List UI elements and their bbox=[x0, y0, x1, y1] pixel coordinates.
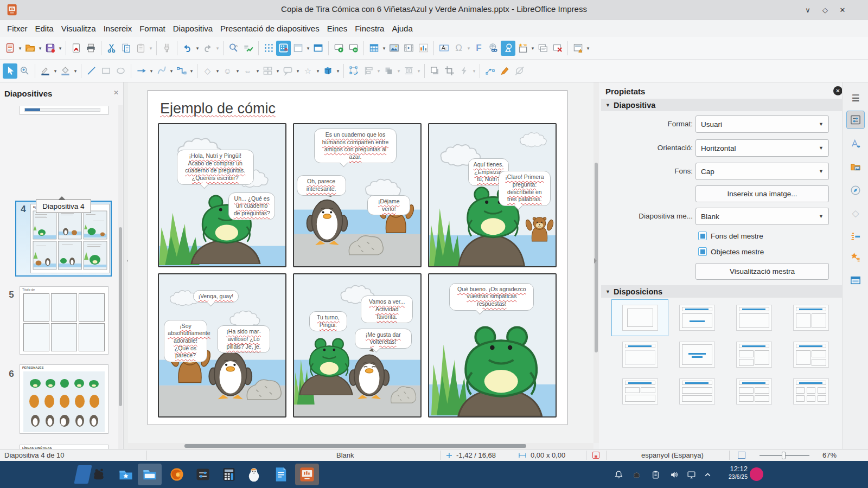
layout-title-content-line[interactable] bbox=[668, 299, 725, 336]
chevron-up-icon[interactable] bbox=[701, 468, 714, 480]
arrange-dropdown-icon[interactable]: ▾ bbox=[396, 68, 401, 74]
settings-sliders-icon[interactable] bbox=[191, 464, 215, 485]
master-slide-icon[interactable] bbox=[311, 41, 326, 56]
flowchart-dropdown-icon[interactable]: ▾ bbox=[275, 68, 280, 74]
display-icon[interactable] bbox=[685, 468, 698, 480]
firefox-icon[interactable] bbox=[165, 464, 189, 485]
layout-two-content-over-content[interactable] bbox=[611, 373, 668, 410]
filter-icon[interactable] bbox=[457, 63, 471, 79]
tab-properties[interactable] bbox=[846, 111, 865, 129]
impress-taskbar-icon[interactable] bbox=[295, 464, 319, 485]
align-icon[interactable] bbox=[361, 63, 376, 79]
slide-page[interactable]: Ejemplo de cómic ¡Hola, Nutri y Pingüi! … bbox=[148, 90, 567, 425]
curves-dropdown-icon[interactable]: ▾ bbox=[169, 68, 174, 74]
minimize-button[interactable]: ∨ bbox=[802, 5, 814, 15]
speech-bubble[interactable]: Es un cuaderno que los humanos comparten… bbox=[314, 129, 396, 164]
menu-edita[interactable]: Edita bbox=[31, 22, 58, 35]
tab-gallery[interactable] bbox=[846, 158, 865, 176]
menu-fitxer[interactable]: Fitxer bbox=[3, 22, 31, 35]
insert-textbox-icon[interactable] bbox=[437, 41, 451, 56]
line-color-icon[interactable] bbox=[38, 63, 53, 79]
layout-content-over-content[interactable] bbox=[668, 373, 725, 410]
snap-to-grid-icon[interactable] bbox=[276, 41, 291, 56]
slides-panel-scrollbar[interactable] bbox=[118, 105, 123, 449]
sidebar-settings-icon[interactable]: ☰ bbox=[846, 89, 865, 107]
comic-panel-5[interactable]: Tu turno, Pingüi. Vamos a ver... Activid… bbox=[293, 273, 422, 418]
speech-bubble[interactable]: ¡Venga, guay! bbox=[193, 290, 239, 303]
slide-thumbnail-5[interactable]: Título de bbox=[20, 286, 108, 355]
fill-color-dropdown-icon[interactable]: ▾ bbox=[73, 68, 78, 74]
start-first-slide-icon[interactable] bbox=[331, 41, 346, 56]
master-name[interactable]: Blank bbox=[336, 451, 354, 459]
symbol-shapes-icon[interactable]: ☺ bbox=[220, 63, 235, 79]
object-size[interactable]: 0,00 x 0,00 bbox=[531, 451, 565, 459]
slide-title[interactable]: Ejemplo de cómic bbox=[160, 100, 276, 117]
select-icon[interactable] bbox=[3, 63, 17, 79]
curves-polygons-icon[interactable] bbox=[154, 63, 169, 79]
speech-bubble[interactable]: ¡Claro! Primera pregunta: descríbete en … bbox=[499, 171, 551, 206]
redo-icon[interactable] bbox=[200, 41, 215, 56]
save-dropdown-icon[interactable]: ▾ bbox=[58, 46, 63, 51]
cursor-position[interactable]: -1,42 / 16,68 bbox=[456, 451, 496, 459]
tab-slide-transition[interactable] bbox=[846, 248, 865, 266]
export-pdf-icon[interactable] bbox=[69, 41, 84, 56]
gluepoints-icon[interactable] bbox=[497, 63, 512, 79]
menu-ajuda[interactable]: Ajuda bbox=[388, 22, 416, 35]
basic-shapes-icon[interactable]: ◇ bbox=[200, 63, 215, 79]
special-character-icon[interactable]: Ω bbox=[451, 41, 466, 56]
align-dropdown-icon[interactable]: ▾ bbox=[376, 68, 381, 74]
arrange-icon[interactable] bbox=[381, 63, 396, 79]
edit-points-icon[interactable] bbox=[483, 63, 497, 79]
zoom-icon[interactable] bbox=[17, 63, 32, 79]
extrusion-icon[interactable] bbox=[512, 63, 527, 79]
layout-dropdown-icon[interactable]: ▾ bbox=[585, 46, 591, 51]
speech-bubble[interactable]: Uh... ¿Qué es un cuaderno de preguntas? bbox=[228, 192, 275, 220]
insert-media-icon[interactable] bbox=[401, 41, 416, 56]
print-icon[interactable] bbox=[84, 41, 98, 56]
notifications-bell-icon[interactable] bbox=[612, 468, 625, 480]
layout-blank[interactable] bbox=[611, 299, 668, 336]
writer-document-icon[interactable] bbox=[269, 464, 293, 485]
slide-layout-icon[interactable] bbox=[571, 41, 585, 56]
speech-bubble[interactable]: Vamos a ver... Actividad favorita. bbox=[361, 296, 413, 323]
unsaved-changes-icon[interactable] bbox=[592, 452, 599, 459]
fontwork-icon[interactable]: F bbox=[471, 41, 486, 56]
speech-bubble[interactable]: ¡Déjame verlo! bbox=[367, 195, 410, 215]
block-arrows-icon[interactable]: ⇔ bbox=[240, 63, 255, 79]
layout-title-only[interactable] bbox=[611, 336, 668, 373]
insert-table-icon[interactable] bbox=[367, 41, 381, 56]
zoom-slider-thumb[interactable] bbox=[782, 452, 786, 459]
table-dropdown-icon[interactable]: ▾ bbox=[381, 46, 387, 51]
views-dropdown-icon[interactable]: ▾ bbox=[305, 46, 311, 51]
layouts-section-header[interactable]: ▼Disposicions bbox=[601, 285, 842, 298]
speech-bubble[interactable]: Oh, parece interesante. bbox=[297, 175, 346, 195]
callouts-dropdown-icon[interactable]: ▾ bbox=[295, 68, 301, 74]
properties-close-icon[interactable]: ✕ bbox=[833, 86, 843, 95]
left-splitter[interactable] bbox=[124, 82, 128, 449]
stars-dropdown-icon[interactable]: ▾ bbox=[315, 68, 321, 74]
document-language[interactable]: espanyol (Espanya) bbox=[641, 451, 704, 459]
speech-bubble[interactable]: Qué bueno. ¡Os agradezco vuestras simpát… bbox=[449, 283, 534, 311]
lines-arrows-icon[interactable] bbox=[134, 63, 149, 79]
3d-objects-icon[interactable] bbox=[321, 63, 335, 79]
close-button[interactable]: ✕ bbox=[837, 5, 848, 15]
master-slide-dropdown[interactable]: Blank▼ bbox=[695, 208, 829, 225]
calculator-icon[interactable] bbox=[217, 464, 241, 485]
master-background-checkbox[interactable]: Fons del mestre bbox=[698, 232, 763, 240]
layout-title-content[interactable] bbox=[725, 299, 782, 336]
undo-dropdown-icon[interactable]: ▾ bbox=[195, 46, 200, 51]
comic-panel-4[interactable]: ¡Venga, guay! ¡Soy absonutriamente adora… bbox=[158, 273, 286, 418]
copy-icon[interactable] bbox=[119, 41, 133, 56]
block-arrows-dropdown-icon[interactable]: ▾ bbox=[255, 68, 260, 74]
new-document-icon[interactable] bbox=[3, 41, 17, 56]
menu-finestra[interactable]: Finestra bbox=[351, 22, 388, 35]
ellipse-icon[interactable] bbox=[113, 63, 128, 79]
clone-formatting-icon[interactable] bbox=[159, 41, 174, 56]
maximize-button[interactable]: ◇ bbox=[819, 5, 831, 15]
speech-bubble[interactable]: ¡Ha sido mar-avilloso! ¿Lo pilláis? Je, … bbox=[217, 325, 270, 353]
find-replace-icon[interactable] bbox=[226, 41, 241, 56]
new-dropdown-icon[interactable]: ▾ bbox=[17, 46, 23, 51]
comic-panel-2[interactable]: Es un cuaderno que los humanos comparten… bbox=[293, 123, 422, 267]
display-views-icon[interactable] bbox=[291, 41, 305, 56]
special-character-dropdown-icon[interactable]: ▾ bbox=[466, 46, 471, 51]
